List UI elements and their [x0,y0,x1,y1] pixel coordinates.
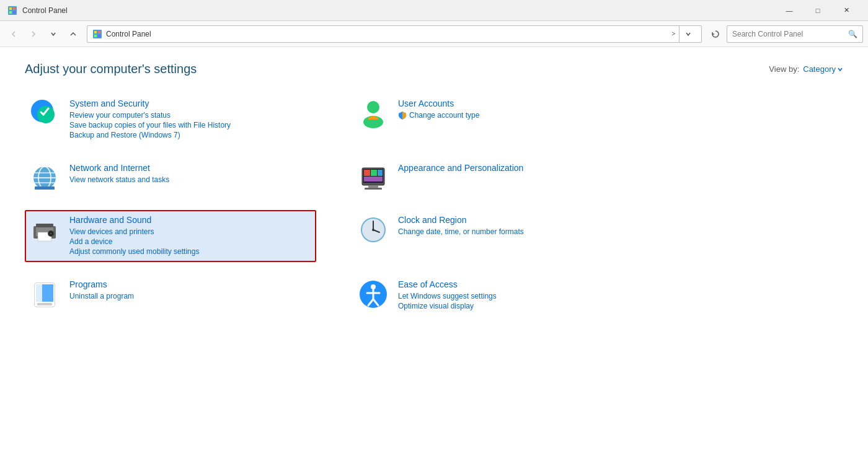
svg-point-12 [367,101,379,113]
search-input[interactable] [732,30,846,38]
address-path: Control Panel [106,30,668,38]
appearance-title[interactable]: Appearance and Personalization [398,163,640,173]
address-bar-icon [92,29,102,39]
svg-rect-1 [9,7,12,10]
search-bar[interactable]: 🔍 [727,25,863,43]
category-user-accounts[interactable]: User Accounts Change account type [353,94,645,146]
svg-rect-28 [368,185,378,188]
close-button[interactable]: ✕ [832,2,861,19]
ease-of-access-title[interactable]: Ease of Access [398,279,640,289]
svg-point-11 [37,106,55,123]
maximize-button[interactable]: □ [804,2,832,19]
appearance-content: Appearance and Personalization [398,163,640,175]
hardware-sound-icon [30,215,60,245]
category-clock-region[interactable]: Clock and Region Change date, time, or n… [353,210,645,262]
svg-rect-46 [37,303,52,305]
programs-title[interactable]: Programs [69,279,311,289]
category-hardware-sound[interactable]: Hardware and Sound View devices and prin… [25,210,316,262]
hardware-sound-link-1[interactable]: View devices and printers [69,227,311,236]
ease-of-access-link-1[interactable]: Let Windows suggest settings [398,292,640,300]
svg-rect-32 [36,224,53,227]
svg-rect-24 [364,170,370,176]
hardware-sound-content: Hardware and Sound View devices and prin… [69,215,311,257]
network-internet-icon [30,163,60,193]
svg-rect-3 [9,11,12,14]
ease-of-access-icon [358,279,388,309]
main-content: Adjust your computer's settings View by:… [0,47,868,451]
category-programs[interactable]: Programs Uninstall a program [25,274,316,317]
page-title: Adjust your computer's settings [25,62,197,76]
hardware-sound-link-3[interactable]: Adjust commonly used mobility settings [69,247,311,256]
address-bar[interactable]: Control Panel > [87,25,702,43]
up-button[interactable] [64,25,82,43]
categories-grid: System and Security Review your computer… [25,94,645,317]
svg-rect-29 [365,188,382,190]
category-network-internet[interactable]: Network and Internet View network status… [25,158,316,198]
network-internet-title[interactable]: Network and Internet [69,163,311,173]
svg-rect-7 [98,31,100,33]
system-security-icon [30,99,60,128]
ease-of-access-link-2[interactable]: Optimize visual display [398,302,640,310]
shield-colorful-icon [398,111,407,120]
ease-of-access-content: Ease of Access Let Windows suggest setti… [398,279,640,312]
system-security-content: System and Security Review your computer… [69,99,311,141]
window-title: Control Panel [22,6,68,15]
system-security-link-2[interactable]: Save backup copies of your files with Fi… [69,121,311,129]
category-appearance[interactable]: Appearance and Personalization [353,158,645,198]
address-dropdown-button[interactable] [679,25,696,43]
address-separator: > [671,30,675,37]
clock-region-icon [358,215,388,245]
clock-region-content: Clock and Region Change date, time, or n… [398,215,640,237]
category-system-security[interactable]: System and Security Review your computer… [25,94,316,146]
clock-region-title[interactable]: Clock and Region [398,215,640,225]
view-by: View by: Category [769,64,843,74]
minimize-button[interactable]: — [775,2,804,19]
search-icon: 🔍 [848,30,857,38]
svg-rect-26 [378,170,383,176]
svg-rect-21 [35,186,55,190]
svg-rect-25 [371,170,377,176]
user-accounts-icon [358,99,388,128]
title-bar-left: Control Panel [7,6,68,15]
view-by-chevron [837,66,843,72]
view-by-value-text: Category [803,64,836,74]
svg-rect-2 [13,7,16,10]
recent-button[interactable] [45,25,62,43]
refresh-button[interactable] [707,25,724,43]
category-ease-of-access[interactable]: Ease of Access Let Windows suggest setti… [353,274,645,317]
hardware-sound-title[interactable]: Hardware and Sound [69,215,311,225]
programs-content: Programs Uninstall a program [69,279,311,302]
network-internet-link-1[interactable]: View network status and tasks [69,175,311,184]
svg-rect-8 [94,35,97,37]
view-by-label: View by: [769,64,799,74]
svg-rect-4 [13,11,16,14]
back-button[interactable] [5,25,22,43]
hardware-sound-link-2[interactable]: Add a device [69,237,311,246]
programs-link-1[interactable]: Uninstall a program [69,292,311,300]
svg-rect-9 [98,35,100,37]
system-security-link-3[interactable]: Backup and Restore (Windows 7) [69,131,311,139]
user-accounts-link-1[interactable]: Change account type [398,111,640,121]
svg-rect-6 [94,31,97,33]
user-accounts-content: User Accounts Change account type [398,99,640,123]
network-internet-content: Network and Internet View network status… [69,163,311,185]
view-by-dropdown[interactable]: Category [803,64,843,74]
title-bar-controls: — □ ✕ [775,2,861,19]
page-header: Adjust your computer's settings View by:… [25,62,843,76]
forward-button[interactable] [25,25,42,43]
title-bar: Control Panel — □ ✕ [0,0,868,21]
programs-icon [30,279,60,309]
svg-rect-15 [371,116,376,120]
system-security-link-1[interactable]: Review your computer's status [69,111,311,120]
app-icon [7,6,17,15]
navigation-bar: Control Panel > 🔍 [0,21,868,47]
clock-region-link-1[interactable]: Change date, time, or number formats [398,227,640,236]
system-security-title[interactable]: System and Security [69,99,311,108]
svg-rect-45 [42,284,53,302]
svg-point-41 [372,229,374,231]
svg-rect-27 [364,177,383,182]
svg-point-36 [50,233,52,235]
appearance-icon [358,163,388,193]
user-accounts-title[interactable]: User Accounts [398,99,640,108]
